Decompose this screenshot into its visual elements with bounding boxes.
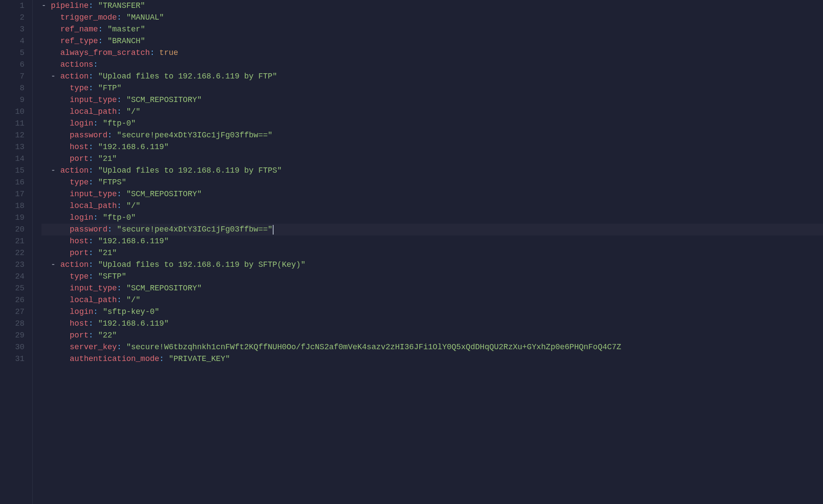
colon: : <box>117 343 122 351</box>
code-line[interactable]: - action: "Upload files to 192.168.6.119… <box>41 71 823 82</box>
line-number: 27 <box>0 306 24 318</box>
space <box>112 225 117 234</box>
code-line[interactable]: input_type: "SCM_REPOSITORY" <box>41 283 823 294</box>
code-area[interactable]: - pipeline: "TRANSFER" trigger_mode: "MA… <box>33 0 823 504</box>
code-line[interactable]: actions: <box>41 59 823 71</box>
space <box>122 343 127 351</box>
space <box>93 331 98 340</box>
yaml-key: input_type <box>70 284 117 293</box>
line-number: 26 <box>0 294 24 306</box>
code-line[interactable]: type: "FTPS" <box>41 177 823 188</box>
code-line[interactable]: local_path: "/" <box>41 294 823 306</box>
code-line[interactable]: login: "ftp-0" <box>41 212 823 224</box>
line-number: 9 <box>0 94 24 106</box>
yaml-value: "/" <box>126 296 140 304</box>
line-number: 8 <box>0 82 24 94</box>
space <box>93 143 98 151</box>
code-line[interactable]: port: "21" <box>41 153 823 165</box>
yaml-key: always_from_scratch <box>60 48 150 57</box>
indent <box>41 331 70 340</box>
line-number: 24 <box>0 271 24 283</box>
colon: : <box>89 166 93 175</box>
code-line[interactable]: password: "secure!pee4xDtY3IGc1jFg03ffbw… <box>41 224 823 235</box>
space <box>93 319 98 328</box>
space <box>93 154 98 163</box>
space <box>164 354 169 363</box>
yaml-value: "FTPS" <box>98 178 127 187</box>
yaml-value: "SCM_REPOSITORY" <box>126 190 202 198</box>
yaml-key: server_key <box>70 343 117 351</box>
colon: : <box>98 37 103 45</box>
indent <box>41 48 60 57</box>
colon: : <box>93 213 98 222</box>
yaml-key: local_path <box>70 296 117 304</box>
yaml-value: "21" <box>98 249 117 257</box>
code-line[interactable]: host: "192.168.6.119" <box>41 235 823 247</box>
line-number: 5 <box>0 47 24 59</box>
line-number: 7 <box>0 71 24 82</box>
yaml-value: "TRANSFER" <box>98 1 145 10</box>
indent <box>41 107 70 116</box>
code-editor[interactable]: 1234567891011121314151617181920212223242… <box>0 0 823 504</box>
code-line[interactable]: host: "192.168.6.119" <box>41 318 823 330</box>
code-line[interactable]: ref_type: "BRANCH" <box>41 35 823 47</box>
yaml-key: login <box>70 213 93 222</box>
code-line[interactable]: server_key: "secure!W6tbzqhnkh1cnFWft2KQ… <box>41 341 823 353</box>
yaml-value: true <box>159 48 178 57</box>
yaml-key: port <box>70 331 89 340</box>
yaml-key: input_type <box>70 95 117 104</box>
code-line[interactable]: login: "sftp-key-0" <box>41 306 823 318</box>
line-number: 13 <box>0 141 24 153</box>
space <box>93 178 98 187</box>
yaml-key: authentication_mode <box>70 354 159 363</box>
dash: - <box>51 260 61 269</box>
code-line[interactable]: type: "FTP" <box>41 82 823 94</box>
yaml-key: action <box>60 166 89 175</box>
yaml-key: type <box>70 84 89 92</box>
line-number: 10 <box>0 106 24 118</box>
code-line[interactable]: - action: "Upload files to 192.168.6.119… <box>41 259 823 271</box>
code-line[interactable]: trigger_mode: "MANUAL" <box>41 12 823 24</box>
colon: : <box>89 84 93 92</box>
yaml-value: "SFTP" <box>98 272 127 281</box>
code-line[interactable]: host: "192.168.6.119" <box>41 141 823 153</box>
line-number: 1 <box>0 0 24 12</box>
colon: : <box>117 95 122 104</box>
code-line[interactable]: input_type: "SCM_REPOSITORY" <box>41 94 823 106</box>
code-line[interactable]: login: "ftp-0" <box>41 118 823 129</box>
code-line[interactable]: - action: "Upload files to 192.168.6.119… <box>41 165 823 177</box>
line-number: 17 <box>0 188 24 200</box>
colon: : <box>89 143 93 151</box>
code-line[interactable]: ref_name: "master" <box>41 24 823 35</box>
code-line[interactable]: port: "22" <box>41 330 823 341</box>
yaml-value: "ftp-0" <box>103 213 136 222</box>
space <box>122 190 127 198</box>
space <box>122 13 127 22</box>
code-line[interactable]: input_type: "SCM_REPOSITORY" <box>41 188 823 200</box>
space <box>93 72 98 81</box>
code-line[interactable]: password: "secure!pee4xDtY3IGc1jFg03ffbw… <box>41 129 823 141</box>
code-line[interactable]: authentication_mode: "PRIVATE_KEY" <box>41 353 823 365</box>
line-number: 14 <box>0 153 24 165</box>
code-line[interactable]: local_path: "/" <box>41 200 823 212</box>
space <box>93 272 98 281</box>
line-number: 22 <box>0 247 24 259</box>
line-number: 23 <box>0 259 24 271</box>
code-line[interactable]: always_from_scratch: true <box>41 47 823 59</box>
code-line[interactable]: - pipeline: "TRANSFER" <box>41 0 823 12</box>
indent <box>41 119 70 128</box>
space <box>98 307 103 316</box>
code-line[interactable]: type: "SFTP" <box>41 271 823 283</box>
yaml-key: trigger_mode <box>60 13 117 22</box>
yaml-key: pipeline <box>51 1 89 10</box>
code-line[interactable]: port: "21" <box>41 247 823 259</box>
line-number: 21 <box>0 235 24 247</box>
yaml-value: "192.168.6.119" <box>98 319 169 328</box>
space <box>98 119 103 128</box>
yaml-value: "MANUAL" <box>126 13 164 22</box>
colon: : <box>93 60 98 69</box>
code-line[interactable]: local_path: "/" <box>41 106 823 118</box>
colon: : <box>89 249 93 257</box>
indent <box>41 225 70 234</box>
colon: : <box>117 107 122 116</box>
